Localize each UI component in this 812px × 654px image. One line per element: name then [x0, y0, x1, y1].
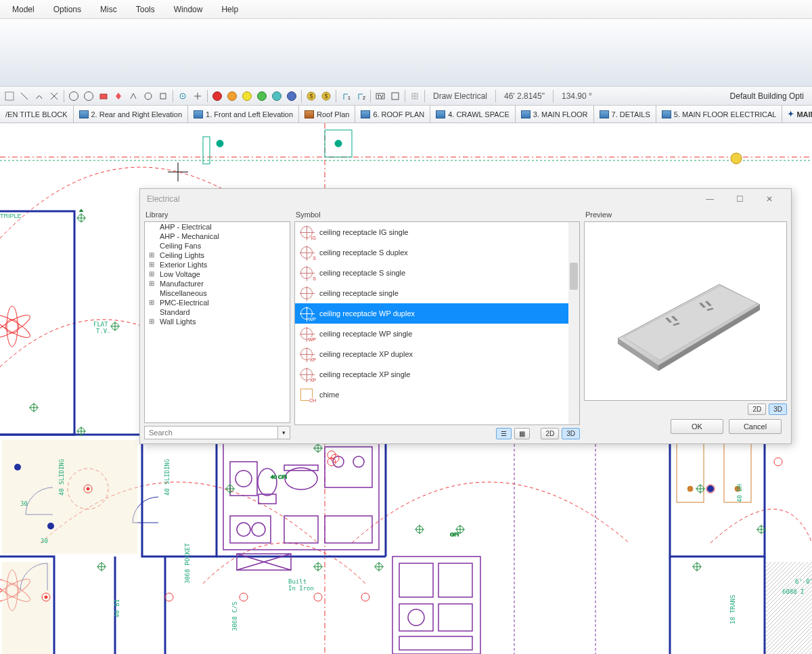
cost-icon[interactable]: $ — [304, 89, 318, 103]
tool-icon[interactable] — [47, 89, 61, 103]
preview-2d-button[interactable]: 2D — [748, 404, 766, 415]
svg-text:18 TRANS: 18 TRANS — [729, 595, 736, 624]
dialog-titlebar[interactable]: Electrical — ☐ ✕ — [140, 189, 791, 209]
grid-icon[interactable] — [408, 89, 422, 103]
menu-model[interactable]: Model — [3, 2, 44, 17]
tool-icon[interactable] — [3, 89, 16, 103]
tool-icon[interactable] — [388, 89, 402, 103]
menu-misc[interactable]: Misc — [91, 2, 127, 17]
tree-item[interactable]: AHP - Electrical — [145, 222, 290, 232]
tree-item[interactable]: Standard — [145, 307, 290, 317]
search-dropdown-icon[interactable]: ▾ — [278, 426, 290, 439]
preview-3d-button[interactable]: 3D — [769, 404, 787, 415]
building-options-label[interactable]: Default Building Opti — [725, 91, 809, 101]
symbol-icon: CH — [300, 389, 313, 401]
symbol-3d-button[interactable]: 3D — [562, 428, 580, 439]
symbol-item[interactable]: CHchime — [295, 385, 579, 405]
tool-icon[interactable] — [32, 89, 46, 103]
sheet-icon — [79, 110, 89, 118]
tab-front-left-elev[interactable]: 1. Front and Left Elevation — [188, 106, 299, 123]
symbol-icon — [300, 287, 313, 299]
svg-point-28 — [0, 311, 32, 341]
maximize-button[interactable]: ☐ — [725, 190, 754, 209]
scroll-thumb[interactable] — [570, 263, 578, 290]
tool-icon[interactable] — [112, 89, 125, 103]
grid-icon: ▦ — [519, 430, 525, 437]
symbol-list[interactable]: IGceiling receptacle IG singleSceiling r… — [294, 221, 580, 425]
tool-icon[interactable] — [97, 89, 110, 103]
svg-point-59 — [353, 456, 364, 467]
tool-icon[interactable]: 1 — [339, 89, 353, 103]
grid-view-button[interactable]: ▦ — [514, 428, 530, 439]
symbol-item[interactable]: ceiling receptacle single — [295, 283, 579, 303]
symbol-item[interactable]: IGceiling receptacle IG single — [295, 222, 579, 242]
search-input[interactable] — [144, 426, 278, 439]
tab-main-floor[interactable]: ✦MAIN FLOOR — [782, 106, 812, 123]
tool-icon[interactable] — [156, 89, 170, 103]
tab-crawl-space[interactable]: 4. CRAWL SPACE — [430, 106, 516, 123]
tab-main-floor-electrical[interactable]: 5. MAIN FLOOR ELECTRICAL — [656, 106, 783, 123]
tab-main-floor-3[interactable]: 3. MAIN FLOOR — [516, 106, 594, 123]
mode-label: Draw Electrical — [428, 91, 493, 101]
cost-icon[interactable]: $ — [319, 89, 333, 103]
tree-item[interactable]: Ceiling Fans — [145, 241, 290, 250]
tree-item[interactable]: Miscellaneous — [145, 288, 290, 298]
svg-point-25 — [5, 320, 19, 333]
close-button[interactable]: ✕ — [754, 190, 784, 209]
symbol-item[interactable]: XPceiling receptacle XP single — [295, 364, 579, 385]
sheet-icon — [436, 110, 445, 118]
svg-text:TRIPLE: TRIPLE — [0, 213, 22, 219]
tree-item[interactable]: AHP - Mechanical — [145, 232, 290, 241]
color-green-icon[interactable] — [255, 89, 269, 103]
symbol-2d-button[interactable]: 2D — [541, 428, 559, 439]
menu-help[interactable]: Help — [212, 2, 248, 17]
tool-icon[interactable] — [127, 89, 140, 103]
cancel-button[interactable]: Cancel — [729, 419, 782, 434]
tab-roof-plan-6[interactable]: 6. ROOF PLAN — [355, 106, 430, 123]
tool-icon[interactable] — [141, 89, 155, 103]
color-blue-icon[interactable] — [285, 89, 298, 103]
menu-tools[interactable]: Tools — [127, 2, 164, 17]
list-view-button[interactable]: ☰ — [496, 428, 512, 439]
tool-icon[interactable] — [18, 89, 31, 103]
symbol-label: chime — [319, 391, 339, 399]
tab-title-block[interactable]: /EN TITLE BLOCK — [0, 106, 74, 123]
tool-icon[interactable]: 2 — [354, 89, 367, 103]
tab-details[interactable]: 7. DETAILS — [594, 106, 656, 123]
tool-icon[interactable] — [191, 89, 204, 103]
color-cyan-icon[interactable] — [270, 89, 284, 103]
color-red-icon[interactable] — [210, 89, 224, 103]
symbol-item[interactable]: WPceiling receptacle WP duplex — [295, 303, 579, 324]
preview-viewport[interactable] — [584, 221, 787, 401]
tool-icon[interactable] — [82, 89, 95, 103]
tree-item[interactable]: Ceiling Lights — [145, 250, 290, 260]
svg-text:6'-0": 6'-0" — [795, 578, 812, 585]
tab-roof-plan[interactable]: Roof Plan — [299, 106, 355, 123]
symbol-item[interactable]: XPceiling receptacle XP duplex — [295, 344, 579, 364]
menu-window[interactable]: Window — [164, 2, 212, 17]
symbol-icon: S — [300, 267, 313, 279]
tree-item[interactable]: Wall Lights — [145, 317, 290, 326]
color-yellow-icon[interactable] — [240, 89, 254, 103]
list-icon: ☰ — [501, 430, 507, 437]
symbol-item[interactable]: Sceiling receptacle S single — [295, 263, 579, 283]
symbol-label: ceiling receptacle XP duplex — [319, 350, 413, 358]
symbol-item[interactable]: WPceiling receptacle WP single — [295, 324, 579, 344]
tree-item[interactable]: Exterior Lights — [145, 260, 290, 269]
tree-item[interactable]: PMC-Electrical — [145, 298, 290, 307]
tool-icon[interactable] — [176, 89, 189, 103]
tree-item[interactable]: Manufacturer — [145, 279, 290, 288]
symbol-item[interactable]: Sceiling receptacle S duplex — [295, 242, 579, 263]
tree-item[interactable]: Low Voltage — [145, 269, 290, 279]
tool-icon[interactable] — [67, 89, 81, 103]
svg-point-52 — [235, 471, 252, 487]
tv-icon[interactable]: TV — [374, 89, 387, 103]
library-label: Library — [144, 209, 290, 221]
scrollbar[interactable] — [568, 222, 579, 424]
color-orange-icon[interactable] — [225, 89, 239, 103]
ok-button[interactable]: OK — [671, 419, 723, 434]
tab-rear-right-elev[interactable]: 2. Rear and Right Elevation — [74, 106, 189, 123]
menu-options[interactable]: Options — [44, 2, 91, 17]
library-tree[interactable]: AHP - ElectricalAHP - MechanicalCeiling … — [144, 221, 290, 423]
minimize-button[interactable]: — — [695, 190, 725, 209]
